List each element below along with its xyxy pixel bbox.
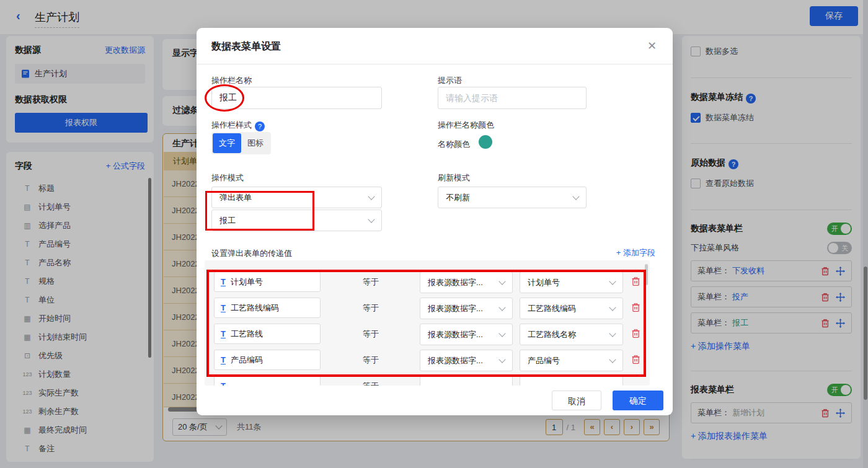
refresh-value: 不刷新 <box>446 192 470 203</box>
refresh-label: 刷新模式 <box>438 172 470 183</box>
value-select[interactable] <box>520 376 623 386</box>
color-label: 操作栏名称颜色 <box>438 120 494 131</box>
color-name-label: 名称颜色 <box>438 139 470 150</box>
transfer-label: 设置弹出表单的传递值 <box>211 248 292 259</box>
source-select[interactable] <box>420 376 513 386</box>
transfer-row: T 等于 <box>205 376 650 386</box>
cancel-button[interactable]: 取消 <box>552 391 601 410</box>
add-field-link[interactable]: + 添加字段 <box>616 247 655 258</box>
style-label: 操作栏样式? <box>211 120 265 131</box>
refresh-select[interactable]: 不刷新 <box>438 187 587 208</box>
annotation-ellipse <box>205 84 244 112</box>
color-swatch[interactable] <box>479 135 492 149</box>
field-name-input[interactable]: T <box>214 376 321 386</box>
confirm-button[interactable]: 确定 <box>613 391 663 410</box>
style-segmented-control: 文字 图标 <box>211 132 271 154</box>
annotation-rect-rows <box>206 270 646 377</box>
tab-icon[interactable]: 图标 <box>241 133 270 153</box>
text-icon: T <box>221 382 226 386</box>
chevron-down-icon <box>368 193 374 200</box>
tip-label: 提示语 <box>438 75 462 86</box>
modal-title: 数据表菜单设置 <box>211 40 281 53</box>
annotation-rect-mode <box>205 191 314 231</box>
tip-input[interactable] <box>438 87 587 109</box>
chevron-down-icon <box>368 216 374 223</box>
close-icon[interactable]: ✕ <box>647 39 657 53</box>
mode-label: 操作模式 <box>211 172 244 183</box>
chevron-down-icon <box>572 193 579 200</box>
help-icon[interactable]: ? <box>255 121 265 131</box>
tab-text[interactable]: 文字 <box>213 133 241 153</box>
operator-label: 等于 <box>363 381 379 386</box>
